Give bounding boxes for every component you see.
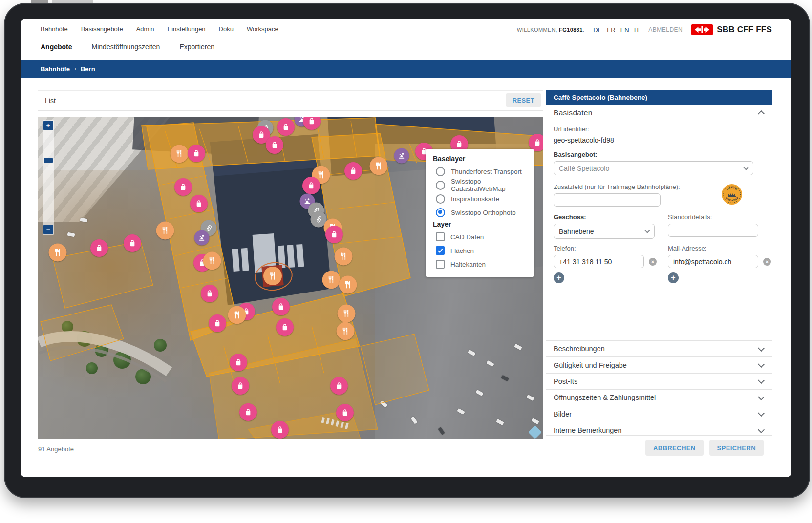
accordion-post-its[interactable]: Post-Its bbox=[546, 373, 772, 389]
standortdetails-input[interactable] bbox=[668, 224, 758, 237]
sub-nav-item-exportieren[interactable]: Exportieren bbox=[179, 43, 214, 51]
mail-input[interactable] bbox=[668, 255, 758, 268]
checkbox-icon[interactable] bbox=[436, 232, 445, 241]
checkbox-icon[interactable] bbox=[436, 260, 445, 269]
add-telefon-button[interactable]: + bbox=[554, 272, 564, 283]
top-nav: BahnhöfeBasisangeboteAdminEinstellungenD… bbox=[41, 25, 278, 33]
chevron-down-icon bbox=[758, 410, 765, 417]
map-marker-shopping-bag[interactable] bbox=[336, 404, 354, 421]
top-nav-item-doku[interactable]: Doku bbox=[219, 25, 234, 33]
map-marker-shopping-bag[interactable] bbox=[201, 285, 218, 302]
map-marker-restaurant[interactable] bbox=[322, 271, 341, 289]
map-marker-shopping-bag[interactable] bbox=[190, 195, 208, 212]
reset-button[interactable]: RESET bbox=[506, 93, 541, 107]
baselayer-option-swisstopo-orthophoto[interactable]: Swisstopo Orthophoto bbox=[426, 206, 534, 219]
breadcrumb-item-bern[interactable]: Bern bbox=[81, 65, 95, 73]
accordion-beschreibungen[interactable]: Beschreibungen bbox=[546, 340, 772, 356]
language-de[interactable]: DE bbox=[593, 26, 602, 34]
accordion-bilder[interactable]: Bilder bbox=[546, 406, 772, 422]
zoom-out-button[interactable]: − bbox=[43, 225, 53, 234]
breadcrumb: Bahnhöfe›Bern bbox=[21, 60, 791, 78]
map-marker-shopping-bag[interactable] bbox=[344, 162, 362, 180]
basisangebot-value: Caffè Spettacolo bbox=[559, 165, 609, 172]
radio-icon[interactable] bbox=[436, 208, 445, 217]
geschoss-select[interactable]: Bahnebene bbox=[554, 224, 655, 239]
map-marker-shopping-bag[interactable] bbox=[174, 178, 192, 196]
map-marker-restaurant[interactable] bbox=[335, 248, 353, 266]
map-marker-shopping-bag[interactable] bbox=[276, 318, 294, 336]
radio-icon[interactable] bbox=[436, 194, 445, 204]
chevron-down-icon bbox=[758, 426, 765, 433]
map-marker-shopping-bag[interactable] bbox=[330, 377, 348, 395]
cancel-button[interactable]: ABBRECHEN bbox=[645, 440, 704, 456]
telefon-clear-icon[interactable]: × bbox=[649, 258, 657, 266]
zoom-slider-handle[interactable] bbox=[44, 158, 53, 163]
map-marker-restaurant[interactable] bbox=[228, 306, 246, 324]
sbb-logo-icon bbox=[691, 24, 713, 35]
layer-option-flächen[interactable]: Flächen bbox=[426, 244, 534, 257]
map-zoom-control: + − bbox=[43, 120, 54, 235]
baselayer-option-thunderforest-transport[interactable]: Thunderforest Transport bbox=[426, 165, 534, 178]
zusatzfeld-input[interactable] bbox=[554, 193, 661, 207]
basisangebot-select[interactable]: Caffè Spettacolo bbox=[554, 161, 753, 175]
checkbox-icon[interactable] bbox=[436, 246, 445, 255]
language-en[interactable]: EN bbox=[620, 26, 629, 34]
map-marker-shopping-bag[interactable] bbox=[124, 234, 141, 252]
map-marker-shopping-bag[interactable] bbox=[325, 226, 343, 243]
accordion-label: Post-Its bbox=[554, 377, 577, 385]
map-marker-restaurant[interactable] bbox=[370, 157, 388, 175]
accordion-gültigkeit-und-freigabe[interactable]: Gültigkeit und Freigabe bbox=[546, 356, 772, 373]
add-mail-button[interactable]: + bbox=[668, 272, 679, 283]
map-marker-restaurant[interactable] bbox=[338, 305, 356, 323]
map-marker-shopping-bag[interactable] bbox=[209, 314, 226, 332]
breadcrumb-item-bahnhöfe[interactable]: Bahnhöfe bbox=[41, 65, 70, 73]
telefon-input[interactable] bbox=[554, 255, 644, 268]
logout-link[interactable]: ABMELDEN bbox=[648, 26, 683, 33]
map-marker-service-desk[interactable] bbox=[394, 148, 409, 164]
restaurant-icon[interactable] bbox=[263, 267, 282, 285]
map-marker-restaurant[interactable] bbox=[49, 244, 67, 262]
language-fr[interactable]: FR bbox=[607, 26, 615, 34]
map-marker-shopping-bag[interactable] bbox=[277, 118, 295, 136]
layer-option-cad-daten[interactable]: CAD Daten bbox=[426, 230, 534, 244]
language-it[interactable]: IT bbox=[634, 26, 640, 34]
save-button[interactable]: SPEICHERN bbox=[709, 440, 764, 456]
map-marker-shopping-bag[interactable] bbox=[272, 298, 290, 315]
radio-icon[interactable] bbox=[436, 167, 445, 176]
top-nav-item-einstellungen[interactable]: Einstellungen bbox=[168, 25, 206, 33]
baselayer-option-swisstopo-cadastralwebmap[interactable]: Swisstopo CadastralWebMap bbox=[426, 178, 534, 192]
layer-option-haltekanten[interactable]: Haltekanten bbox=[426, 257, 534, 271]
top-nav-item-admin[interactable]: Admin bbox=[136, 25, 154, 33]
accordion-label: Beschreibungen bbox=[554, 345, 605, 353]
language-switcher: DEFRENIT bbox=[593, 26, 640, 34]
zoom-in-button[interactable]: + bbox=[43, 121, 53, 130]
map-marker-restaurant[interactable] bbox=[171, 145, 189, 163]
map-marker-shopping-bag[interactable] bbox=[239, 403, 257, 421]
accordion-öffnungszeiten-zahlungsmittel[interactable]: Öffnungszeiten & Zahlungsmittel bbox=[546, 389, 772, 405]
map-marker-shopping-bag[interactable] bbox=[90, 239, 108, 257]
map-marker-restaurant[interactable] bbox=[203, 252, 221, 270]
map-marker-shopping-bag[interactable] bbox=[188, 145, 205, 162]
baselayer-option-label: Swisstopo Orthophoto bbox=[451, 209, 516, 216]
radio-icon[interactable] bbox=[436, 181, 445, 190]
map-marker-shopping-bag[interactable] bbox=[232, 377, 249, 395]
map-marker-restaurant[interactable] bbox=[337, 322, 355, 340]
sub-nav-item-angebote[interactable]: Angebote bbox=[41, 43, 72, 51]
map-marker-shopping-bag[interactable] bbox=[266, 136, 283, 154]
map-marker-restaurant[interactable] bbox=[156, 222, 174, 240]
map-marker-shopping-bag[interactable] bbox=[230, 354, 247, 371]
form-actions: ABBRECHEN SPEICHERN bbox=[546, 435, 772, 456]
mail-clear-icon[interactable]: × bbox=[763, 258, 771, 266]
sub-nav-item-mindestöffnungszeiten[interactable]: Mindestöffnungszeiten bbox=[92, 43, 160, 51]
map-marker-shopping-bag[interactable] bbox=[271, 421, 289, 439]
map-canvas[interactable]: + − Baselayer Thunderforest TransportSwi… bbox=[38, 117, 543, 439]
baselayer-option-inspirationskarte[interactable]: Inspirationskarte bbox=[426, 192, 534, 206]
map-marker-shopping-bag[interactable] bbox=[302, 177, 320, 194]
top-nav-item-bahnhöfe[interactable]: Bahnhöfe bbox=[41, 25, 68, 33]
top-nav-item-workspace[interactable]: Workspace bbox=[247, 25, 278, 33]
tab-list[interactable]: List bbox=[38, 91, 63, 110]
map-marker-service-desk[interactable] bbox=[194, 230, 210, 246]
top-nav-item-basisangebote[interactable]: Basisangebote bbox=[81, 25, 123, 33]
map-marker-restaurant[interactable] bbox=[339, 276, 357, 294]
section-basisdaten[interactable]: Basisdaten bbox=[546, 105, 772, 121]
